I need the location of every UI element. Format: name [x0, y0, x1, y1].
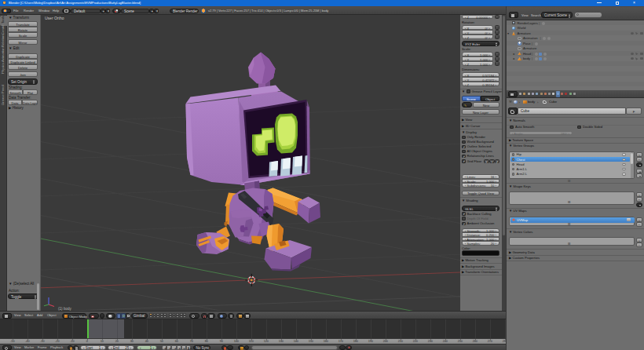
svg-text:(1) body: (1) body — [58, 307, 72, 311]
svg-text:User Ortho: User Ortho — [45, 16, 64, 20]
